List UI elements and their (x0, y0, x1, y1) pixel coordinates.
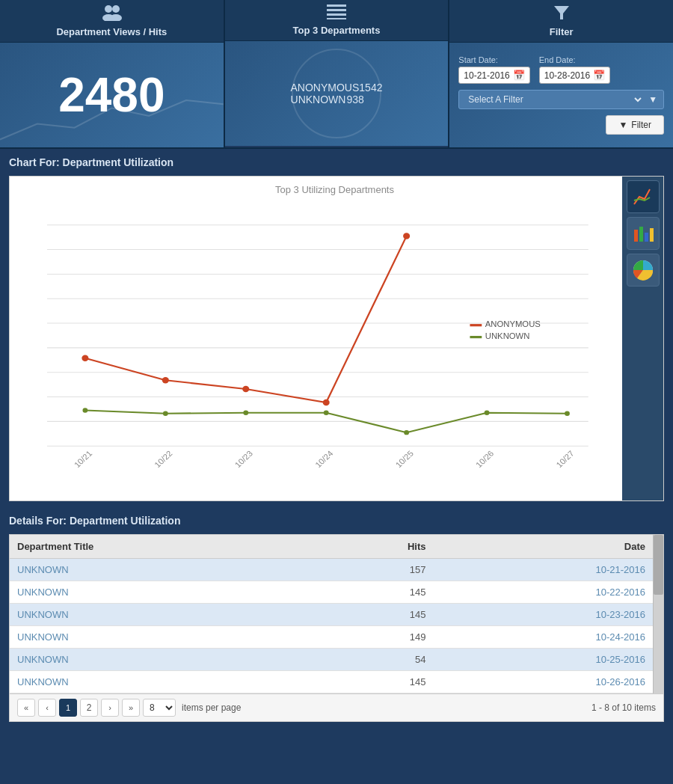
svg-rect-49 (470, 324, 482, 326)
filter-button[interactable]: ▼ Filter (606, 115, 664, 135)
per-page-select[interactable]: 8 16 24 (143, 699, 176, 717)
chevron-down-icon: ▼ (648, 94, 657, 105)
table-row: UNKNOWN 145 10-22-2016 (10, 581, 653, 604)
col-hits: Hits (320, 535, 433, 559)
svg-rect-53 (634, 230, 638, 242)
start-date-field: Start Date: 10-21-2016 📅 (458, 55, 529, 84)
svg-rect-5 (327, 9, 346, 11)
end-date-label: End Date: (539, 55, 610, 64)
details-section: Department Title Hits Date UNKNOWN 157 1… (0, 534, 673, 728)
svg-point-41 (403, 233, 410, 239)
cell-date: 10-22-2016 (433, 581, 653, 604)
filter-funnel-icon: ▼ (618, 120, 627, 130)
svg-text:10/22: 10/22 (153, 449, 174, 469)
page-last-button[interactable]: » (122, 699, 140, 717)
table-row: UNKNOWN 145 10-23-2016 (10, 604, 653, 626)
svg-text:10/27: 10/27 (554, 449, 576, 469)
table-row: UNKNOWN 149 10-24-2016 (10, 626, 653, 649)
cell-dept: UNKNOWN (10, 649, 320, 671)
page-first-button[interactable]: « (17, 699, 35, 717)
table-header: Department Title Hits Date (10, 535, 653, 559)
start-date-label: Start Date: (458, 55, 529, 64)
funnel-icon (553, 4, 570, 25)
panel-filter: Filter Start Date: 10-21-2016 📅 End Date… (449, 0, 673, 147)
chart-type-bar-button[interactable] (627, 217, 660, 250)
panel-top-depts-body: ANONYMOUS1542UNKNOWN938 (225, 41, 449, 146)
chart-svg-wrap: 0 100 200 300 400 500 600 700 800 900 10… (47, 201, 622, 471)
svg-text:10/26: 10/26 (474, 449, 496, 469)
people-icon (101, 4, 122, 25)
svg-point-40 (323, 399, 330, 405)
svg-text:10/23: 10/23 (233, 449, 254, 469)
page-next-button[interactable]: › (101, 699, 119, 717)
panel-dept-views-header: Department Views / Hits (0, 0, 224, 43)
chart-type-pie-button[interactable] (627, 254, 660, 287)
end-date-calendar-icon[interactable]: 📅 (593, 70, 605, 81)
svg-point-1 (112, 5, 120, 13)
svg-rect-55 (645, 233, 648, 242)
filter-select-wrap[interactable]: Select A Filter Department User ▼ (458, 90, 664, 109)
table-row: UNKNOWN 157 10-21-2016 (10, 559, 653, 581)
svg-point-43 (163, 411, 168, 416)
end-date-input-wrap[interactable]: 10-28-2016 📅 (539, 67, 610, 84)
top-panels: Department Views / Hits 2480 Top 3 Depar… (0, 0, 673, 149)
panel-top-depts-header: Top 3 Departments (225, 0, 449, 41)
details-section-heading: Details For: Department Utilization (0, 507, 673, 534)
page-prev-button[interactable]: ‹ (38, 699, 56, 717)
cell-dept: UNKNOWN (10, 581, 320, 604)
cell-hits: 54 (320, 649, 433, 671)
svg-text:UNKNOWN: UNKNOWN (485, 332, 530, 341)
chart-container: Top 3 Utilizing Departments 0 100 200 30 (9, 176, 664, 501)
page-2-button[interactable]: 2 (80, 699, 98, 717)
globe-bg (292, 49, 381, 138)
cell-dept: UNKNOWN (10, 559, 320, 581)
pagination-info: 1 - 8 of 10 items (591, 702, 656, 713)
cell-dept: UNKNOWN (10, 671, 320, 693)
start-date-input-wrap[interactable]: 10-21-2016 📅 (458, 67, 529, 84)
svg-text:ANONYMOUS: ANONYMOUS (485, 320, 541, 329)
svg-point-47 (485, 411, 490, 415)
cell-date: 10-25-2016 (433, 649, 653, 671)
cell-date: 10-21-2016 (433, 559, 653, 581)
cell-date: 10-24-2016 (433, 626, 653, 649)
svg-rect-54 (639, 227, 643, 242)
chart-type-line-button[interactable] (627, 180, 660, 213)
panel-filter-body: Start Date: 10-21-2016 📅 End Date: 10-28… (449, 43, 673, 147)
panel-dept-views: Department Views / Hits 2480 (0, 0, 225, 147)
start-date-value: 10-21-2016 (464, 70, 509, 81)
svg-point-42 (82, 408, 87, 412)
pagination-bar: « ‹ 1 2 › » 8 16 24 items per page (10, 693, 663, 721)
table-row: UNKNOWN 54 10-25-2016 (10, 649, 653, 671)
table-body: UNKNOWN 157 10-21-2016 UNKNOWN 145 10-22… (10, 559, 653, 693)
page-1-button[interactable]: 1 (59, 699, 77, 717)
table-container: Department Title Hits Date UNKNOWN 157 1… (10, 535, 653, 693)
svg-point-37 (82, 355, 88, 361)
svg-point-45 (324, 411, 329, 415)
scrollbar[interactable] (653, 535, 663, 693)
details-table: Department Title Hits Date UNKNOWN 157 1… (10, 535, 653, 693)
cell-dept: UNKNOWN (10, 626, 320, 649)
cell-date: 10-26-2016 (433, 671, 653, 693)
date-row: Start Date: 10-21-2016 📅 End Date: 10-28… (458, 55, 664, 84)
svg-rect-6 (327, 13, 346, 16)
cell-hits: 145 (320, 581, 433, 604)
start-date-calendar-icon[interactable]: 📅 (513, 70, 525, 81)
cell-hits: 145 (320, 671, 433, 693)
cell-hits: 149 (320, 626, 433, 649)
svg-text:10/21: 10/21 (73, 449, 94, 469)
table-row: UNKNOWN 145 10-26-2016 (10, 671, 653, 693)
svg-rect-56 (650, 228, 654, 242)
panel-dept-views-body: 2480 (0, 43, 224, 147)
chart-main: Top 3 Utilizing Departments 0 100 200 30 (10, 177, 622, 500)
svg-rect-51 (470, 336, 482, 338)
cell-hits: 145 (320, 604, 433, 626)
scroll-thumb[interactable] (654, 535, 663, 595)
dept-views-count: 2480 (58, 67, 165, 123)
end-date-field: End Date: 10-28-2016 📅 (539, 55, 610, 84)
svg-point-0 (105, 5, 112, 13)
list-icon (327, 4, 346, 23)
filter-select[interactable]: Select A Filter Department User (465, 94, 644, 105)
svg-rect-4 (327, 4, 346, 7)
svg-text:10/25: 10/25 (393, 449, 415, 469)
filter-btn-label: Filter (631, 120, 651, 130)
